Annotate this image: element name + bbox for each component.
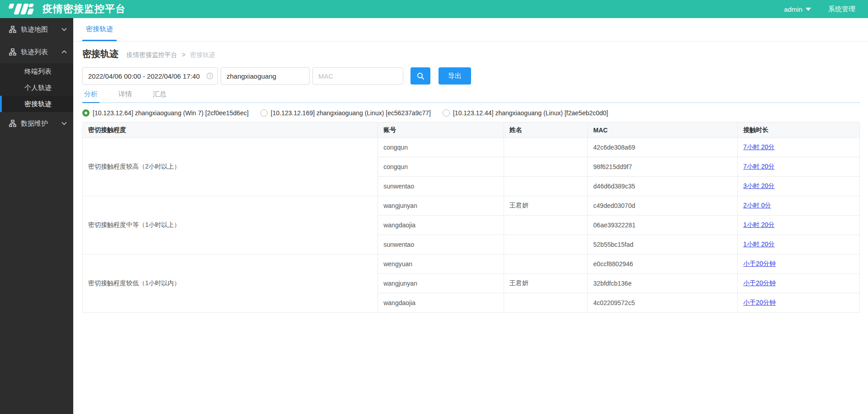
mac-cell: e0ccf8802946	[588, 254, 738, 274]
duration-link[interactable]: 小于20分钟	[743, 279, 776, 287]
duration-link[interactable]: 小于20分钟	[743, 299, 776, 306]
radio-unselected-icon	[260, 109, 268, 117]
chevron-down-icon	[61, 28, 67, 31]
header-cell: 账号	[378, 122, 504, 138]
shell: 轨迹地图 轨迹列表 终端列表 个人轨迹 密接轨迹	[0, 18, 868, 414]
header-cell: MAC	[588, 122, 738, 138]
name-cell: 王君妍	[504, 274, 588, 293]
system-manage-link[interactable]: 系统管理	[828, 5, 855, 14]
name-cell	[504, 254, 588, 274]
breadcrumb: 疫情密接监控平台 > 密接轨迹	[127, 51, 215, 59]
mac-cell: 42c6de308a69	[588, 138, 738, 157]
date-range-picker[interactable]	[82, 67, 218, 85]
header-cell: 接触时长	[738, 122, 860, 138]
name-cell	[504, 235, 588, 254]
chevron-down-icon	[61, 122, 67, 125]
account-cell: wangjunyan	[378, 196, 504, 216]
name-cell	[504, 216, 588, 235]
sidebar-item-label: 数据维护	[21, 119, 57, 128]
level-label-high: 密切接触程度较高（2小时以上）	[83, 138, 378, 196]
duration-link[interactable]: 7小时 20分	[743, 143, 774, 151]
sidebar-item-label: 轨迹地图	[21, 25, 57, 34]
radio-unselected-icon	[443, 109, 450, 117]
mac-cell: 4c02209572c5	[588, 293, 738, 313]
device-radio-2[interactable]: [10.123.12.44] zhangxiaoguang (Linux) [f…	[443, 109, 608, 117]
duration-link[interactable]: 小于20分钟	[743, 260, 776, 267]
topbar-right: admin 系统管理	[784, 5, 855, 14]
device-radio-1[interactable]: [10.123.12.169] zhangxiaoguang (Linux) […	[260, 109, 431, 117]
caret-down-icon	[806, 8, 811, 11]
app-title: 疫情密接监控平台	[42, 2, 126, 16]
table-row: 密切接触程度较低（1小时以内） wengyuan e0ccf8802946 小于…	[83, 254, 860, 274]
account-cell: sunwentao	[378, 235, 504, 254]
clock-icon	[206, 72, 213, 80]
duration-link[interactable]: 7小时 20分	[743, 163, 774, 170]
device-radio-label: [10.123.12.44] zhangxiaoguang (Linux) [f…	[453, 109, 608, 117]
app-root: 疫情密接监控平台 admin 系统管理 轨迹地图	[0, 0, 868, 414]
tab-detail[interactable]: 详情	[117, 90, 134, 103]
name-cell: 王君妍	[504, 196, 588, 216]
header-cell: 姓名	[504, 122, 588, 138]
device-radio-label: [10.123.12.169] zhangxiaoguang (Linux) […	[271, 109, 431, 117]
breadcrumb-separator: >	[182, 51, 185, 58]
duration-link[interactable]: 1小时 20分	[743, 240, 774, 248]
level-label-low: 密切接触程度较低（1小时以内）	[83, 254, 378, 313]
brand: 疫情密接监控平台	[8, 2, 126, 16]
sidebar-item-track-map[interactable]: 轨迹地图	[0, 18, 73, 41]
export-button[interactable]: 导出	[439, 67, 471, 85]
duration-link[interactable]: 2小时 0分	[743, 202, 771, 209]
mac-cell: d46d6d389c35	[588, 177, 738, 196]
tab-summary[interactable]: 汇总	[151, 90, 168, 103]
sitemap-icon	[9, 26, 16, 33]
sitemap-icon	[9, 120, 16, 127]
page-head: 密接轨迹 疫情密接监控平台 > 密接轨迹	[82, 48, 860, 60]
mac-input[interactable]	[312, 67, 403, 85]
account-input[interactable]	[221, 67, 310, 85]
table-header-row: 密切接触程度 账号 姓名 MAC 接触时长	[83, 122, 860, 138]
device-radio-label: [10.123.12.64] zhangxiaoguang (Win 7) [2…	[93, 109, 249, 117]
sidebar-item-terminal-list[interactable]: 终端列表	[0, 63, 73, 80]
account-cell: sunwentao	[378, 177, 504, 196]
radio-selected-icon	[82, 109, 90, 117]
sidebar-item-personal-track[interactable]: 个人轨迹	[0, 80, 73, 96]
analysis-tabs: 分析 详情 汇总	[82, 90, 860, 103]
name-cell	[504, 138, 588, 157]
brand-logo-icon	[8, 3, 36, 15]
duration-link[interactable]: 3小时 20分	[743, 182, 774, 189]
name-cell	[504, 157, 588, 177]
contact-table: 密切接触程度 账号 姓名 MAC 接触时长 密切接触程度较高（2小时以上） co…	[82, 122, 860, 313]
device-radio-0[interactable]: [10.123.12.64] zhangxiaoguang (Win 7) [2…	[82, 109, 249, 117]
mac-cell: 52b55bc15fad	[588, 235, 738, 254]
table-row: 密切接触程度较高（2小时以上） congqun 42c6de308a69 7小时…	[83, 138, 860, 157]
page-content: 密接轨迹 疫情密接监控平台 > 密接轨迹	[73, 42, 868, 414]
account-cell: congqun	[378, 157, 504, 177]
mac-cell: 32bfdfcb136e	[588, 274, 738, 293]
sidebar: 轨迹地图 轨迹列表 终端列表 个人轨迹 密接轨迹	[0, 18, 73, 414]
tab-analysis[interactable]: 分析	[82, 90, 99, 103]
sidebar-item-track-list[interactable]: 轨迹列表	[0, 41, 73, 63]
search-icon	[417, 72, 425, 80]
sidebar-submenu-track-list: 终端列表 个人轨迹 密接轨迹	[0, 63, 73, 112]
breadcrumb-item-current: 密接轨迹	[190, 51, 215, 59]
search-button[interactable]	[410, 67, 430, 85]
breadcrumb-item[interactable]: 疫情密接监控平台	[127, 51, 177, 59]
account-cell: wangdaojia	[378, 293, 504, 313]
account-cell: congqun	[378, 138, 504, 157]
filter-bar: 导出	[82, 67, 860, 85]
sidebar-item-close-contact-track[interactable]: 密接轨迹	[0, 96, 73, 112]
duration-link[interactable]: 1小时 20分	[743, 221, 774, 228]
page-title: 密接轨迹	[82, 48, 118, 60]
header-cell: 密切接触程度	[83, 122, 378, 138]
user-menu[interactable]: admin	[784, 5, 811, 13]
account-cell: wangdaojia	[378, 216, 504, 235]
top-header: 疫情密接监控平台 admin 系统管理	[0, 0, 868, 18]
table-row: 密切接触程度中等（1小时以上） wangjunyan 王君妍 c49ded030…	[83, 196, 860, 216]
mac-cell: 06ae39322281	[588, 216, 738, 235]
sidebar-item-data-maintenance[interactable]: 数据维护	[0, 112, 73, 135]
chevron-up-icon	[61, 50, 67, 54]
level-label-medium: 密切接触程度中等（1小时以上）	[83, 196, 378, 254]
mac-cell: c49ded03070d	[588, 196, 738, 216]
date-range-input[interactable]	[82, 67, 218, 85]
workspace-tab-close-contact[interactable]: 密接轨迹	[82, 18, 117, 41]
mac-cell: 98f6215dd9f7	[588, 157, 738, 177]
